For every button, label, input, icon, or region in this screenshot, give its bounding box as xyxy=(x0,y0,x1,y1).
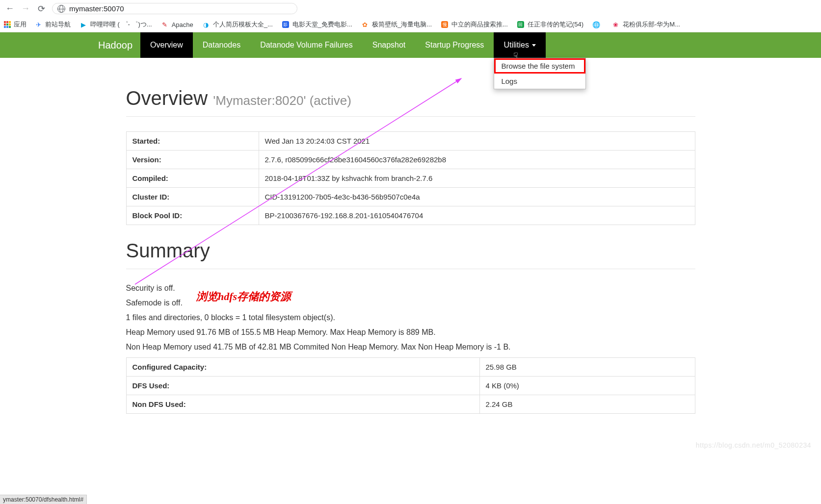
bookmarks-bar: 应用 ✈前站导航▶哔哩哔哩 ( ゜- ゜)つ...✎Apache◑个人简历模板大… xyxy=(0,17,821,32)
dropdown-logs[interactable]: Logs xyxy=(494,74,585,89)
bookmark-item[interactable]: ✿极简壁纸_海量电脑... xyxy=(361,20,432,29)
forward-button[interactable]: → xyxy=(21,4,30,14)
main-navbar: Hadoop OverviewDatanodesDatanode Volume … xyxy=(0,32,821,58)
table-row: Block Pool ID:BP-2100367676-192.168.8.20… xyxy=(126,206,695,225)
table-row: Compiled:2018-04-18T01:33Z by kshvachk f… xyxy=(126,169,695,188)
bookmark-item[interactable]: 🌐 xyxy=(592,21,603,28)
bookmark-item[interactable]: 影电影天堂_免费电影... xyxy=(282,20,352,29)
nav-datanodes[interactable]: Datanodes xyxy=(193,32,250,58)
url-text: mymaster:50070 xyxy=(69,4,124,13)
utilities-dropdown: Browse the file systemLogs xyxy=(494,58,586,89)
table-row: Non DFS Used:2.24 GB xyxy=(126,395,695,414)
address-bar[interactable]: mymaster:50070 xyxy=(52,3,297,14)
bookmark-icon: ✎ xyxy=(161,21,169,28)
overview-table: Started:Wed Jan 13 20:24:03 CST 2021Vers… xyxy=(126,131,695,225)
bookmark-label: Apache xyxy=(172,21,193,28)
bookmark-label: 哔哩哔哩 ( ゜- ゜)つ... xyxy=(90,20,152,29)
brand[interactable]: Hadoop xyxy=(90,32,140,58)
watermark: https://blog.csdn.net/m0_52080234 xyxy=(696,441,811,449)
bookmark-item[interactable]: 回任正非传的笔记(54) xyxy=(517,20,583,29)
bookmark-label: 任正非传的笔记(54) xyxy=(528,20,583,29)
bookmark-label: 个人简历模板大全_... xyxy=(213,20,273,29)
bookmark-item[interactable]: 慢中立的商品搜索推... xyxy=(441,20,508,29)
bookmark-icon: 影 xyxy=(282,21,290,28)
summary-table: Configured Capacity:25.98 GBDFS Used:4 K… xyxy=(126,357,695,414)
overview-heading: Overview 'Mymaster:8020' (active) xyxy=(126,87,695,109)
bookmark-icon: 🌐 xyxy=(592,21,600,28)
bookmark-label: 极简壁纸_海量电脑... xyxy=(372,20,432,29)
bookmark-icon: ✈ xyxy=(34,21,42,28)
bookmark-item[interactable]: ▶哔哩哔哩 ( ゜- ゜)つ... xyxy=(79,20,152,29)
bookmark-label: 中立的商品搜索推... xyxy=(451,20,508,29)
bookmark-item[interactable]: ✎Apache xyxy=(161,21,193,28)
annotation-text: 浏览hdfs存储的资源 xyxy=(196,289,291,304)
nav-datanode-volume-failures[interactable]: Datanode Volume Failures xyxy=(250,32,363,58)
bookmark-label: 前站导航 xyxy=(45,20,71,29)
bookmark-item[interactable]: ◑个人简历模板大全_... xyxy=(202,20,273,29)
bookmark-icon: 回 xyxy=(517,21,525,28)
overview-subheading: 'Mymaster:8020' (active) xyxy=(213,93,351,108)
chevron-down-icon xyxy=(532,44,536,47)
summary-heading: Summary xyxy=(126,240,695,262)
table-row: Started:Wed Jan 13 20:24:03 CST 2021 xyxy=(126,132,695,151)
table-row: DFS Used:4 KB (0%) xyxy=(126,377,695,395)
bookmark-label: 电影天堂_免费电影... xyxy=(292,20,352,29)
bookmark-icon: 慢 xyxy=(441,21,449,28)
nav-utilities[interactable]: Utilities☟Browse the file systemLogs xyxy=(494,32,546,58)
apps-icon xyxy=(4,21,11,28)
bookmark-icon: ✿ xyxy=(361,21,369,28)
table-row: Configured Capacity:25.98 GB xyxy=(126,358,695,377)
bookmark-icon: ▶ xyxy=(79,21,87,28)
bookmark-icon: ◑ xyxy=(202,21,210,28)
browser-toolbar: ← → ⟳ mymaster:50070 xyxy=(0,0,821,17)
site-info-icon xyxy=(57,5,65,13)
table-row: Version:2.7.6, r085099c66cf28be31604560c… xyxy=(126,151,695,169)
bookmark-icon: ❀ xyxy=(612,21,620,28)
nav-startup-progress[interactable]: Startup Progress xyxy=(415,32,494,58)
back-button[interactable]: ← xyxy=(5,4,15,14)
nav-snapshot[interactable]: Snapshot xyxy=(363,32,416,58)
bookmark-item[interactable]: ❀花粉俱乐部-华为M... xyxy=(612,20,680,29)
reload-button[interactable]: ⟳ xyxy=(36,4,46,14)
dropdown-browse-the-file-system[interactable]: Browse the file system xyxy=(494,58,585,74)
bookmark-label: 花粉俱乐部-华为M... xyxy=(623,20,680,29)
apps-label: 应用 xyxy=(14,20,26,29)
nav-overview[interactable]: Overview xyxy=(140,32,193,58)
bookmark-item[interactable]: ✈前站导航 xyxy=(34,20,71,29)
apps-shortcut[interactable]: 应用 xyxy=(4,20,26,29)
table-row: Cluster ID:CID-13191200-7b05-4e3c-b436-5… xyxy=(126,188,695,206)
